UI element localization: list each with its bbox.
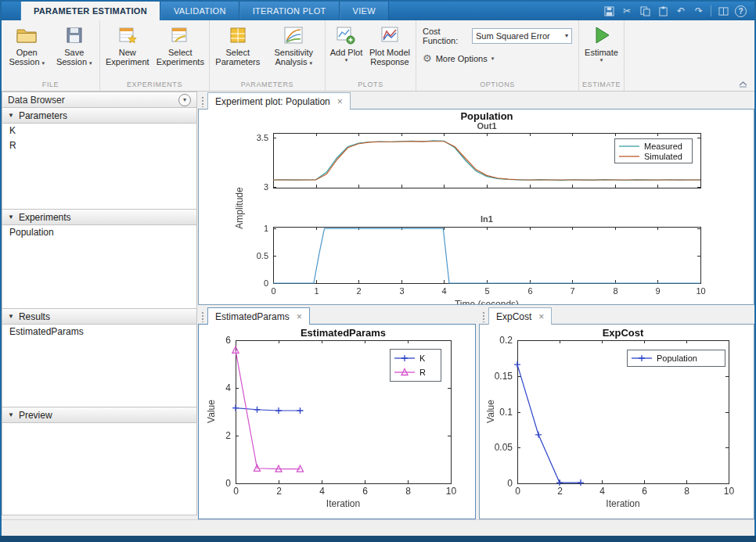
select-experiments-label: Select Experiments xyxy=(156,48,205,66)
list-item-result[interactable]: EstimatedParams xyxy=(2,325,196,339)
population-chart-title: Population xyxy=(273,110,700,122)
tab-view[interactable]: VIEW xyxy=(340,2,389,20)
caret-down-icon: ▾ xyxy=(345,57,348,63)
collapse-triangle-icon: ▼ xyxy=(8,112,14,119)
simulated-line-sample xyxy=(618,152,640,161)
section-file: Open Session ▾ Save Session ▾ FILE xyxy=(2,20,100,91)
section-options-label: OPTIONS xyxy=(416,79,578,91)
r-line-sample xyxy=(394,368,416,377)
layout-icon[interactable] xyxy=(717,5,729,17)
data-browser-title: Data Browser xyxy=(8,95,65,106)
add-plot-button[interactable]: Add Plot ▾ xyxy=(328,23,365,79)
window-frame-bottom xyxy=(0,536,756,542)
list-item-parameter[interactable]: R xyxy=(2,138,196,153)
undo-icon[interactable]: ↶ xyxy=(675,5,687,17)
expcost-tab[interactable]: ExpCost × xyxy=(488,307,552,325)
experiments-section-label: Experiments xyxy=(19,212,71,223)
folder-open-icon xyxy=(16,25,37,45)
tab-parameter-estimation[interactable]: PARAMETER ESTIMATION xyxy=(20,2,160,20)
section-options: Cost Function: Sum Squared Error ▾ ⚙ Mor… xyxy=(416,20,579,91)
value-axis-label: Value xyxy=(206,372,217,450)
iteration-axis-label: Iteration xyxy=(236,498,451,509)
preview-area xyxy=(2,423,197,515)
drag-grip[interactable] xyxy=(201,311,205,322)
app-window: PARAMETER ESTIMATION VALIDATION ITERATIO… xyxy=(0,0,756,542)
caret-down-icon: ▾ xyxy=(600,57,603,63)
tab-iteration-plot[interactable]: ITERATION PLOT xyxy=(239,2,340,20)
help-icon[interactable]: ? xyxy=(735,5,747,17)
expcost-legend[interactable]: Population xyxy=(627,350,725,367)
tab-validation[interactable]: VALIDATION xyxy=(160,2,239,20)
legend-label-measured: Measured xyxy=(644,142,682,151)
experiments-section-header[interactable]: ▼ Experiments xyxy=(2,210,197,225)
close-icon[interactable]: × xyxy=(538,313,544,321)
parameters-section-label: Parameters xyxy=(19,110,67,121)
estimate-play-icon xyxy=(593,25,610,45)
select-parameters-icon xyxy=(229,25,247,45)
time-axis-label: Time (seconds) xyxy=(273,299,700,305)
drag-grip[interactable] xyxy=(482,311,486,322)
open-session-label: Open Session xyxy=(9,48,39,66)
redo-icon[interactable]: ↷ xyxy=(693,5,705,17)
toolstrip-filler xyxy=(625,20,754,91)
more-options-button[interactable]: ⚙ More Options ▾ xyxy=(423,52,572,64)
close-icon[interactable]: × xyxy=(297,313,302,321)
paste-icon[interactable] xyxy=(657,5,669,17)
estimate-label: Estimate xyxy=(585,48,618,57)
section-plots-label: PLOTS xyxy=(326,79,416,91)
sensitivity-analysis-button[interactable]: Sensitivity Analysis ▾ xyxy=(265,23,322,79)
amplitude-axis-label: Amplitude xyxy=(234,161,245,255)
preview-section-header[interactable]: ▼ Preview xyxy=(2,407,197,423)
select-parameters-button[interactable]: Select Parameters xyxy=(212,23,264,79)
floppy-icon xyxy=(67,25,82,45)
expcost-figure: ExpCost Value Iteration Population xyxy=(479,324,754,519)
copy-icon[interactable] xyxy=(639,5,651,17)
collapse-triangle-icon: ▼ xyxy=(8,214,14,221)
legend-label-simulated: Simulated xyxy=(644,152,682,161)
quick-access-toolbar: ✂ ↶ ↷ ? xyxy=(603,2,754,20)
legend-label-population: Population xyxy=(657,354,697,363)
experiment-plot-panel: Experiment plot: Population × Population… xyxy=(198,92,754,305)
save-icon[interactable] xyxy=(603,5,615,17)
close-icon[interactable]: × xyxy=(337,98,343,106)
caret-down-icon: ▾ xyxy=(565,33,568,39)
data-browser: Data Browser ▾ ▼ Parameters K R ▼ Experi… xyxy=(2,92,197,520)
parameters-section-header[interactable]: ▼ Parameters xyxy=(2,108,197,124)
toolstrip: Open Session ▾ Save Session ▾ FILE New E… xyxy=(2,20,754,92)
experiment-plot-tab-label: Experiment plot: Population xyxy=(215,96,330,107)
legend-label-r: R xyxy=(419,368,426,377)
estimate-button[interactable]: Estimate ▾ xyxy=(581,23,621,79)
expcost-tab-label: ExpCost xyxy=(496,311,531,322)
collapse-toolstrip-button[interactable] xyxy=(737,80,748,88)
open-session-button[interactable]: Open Session ▾ xyxy=(4,23,50,79)
select-parameters-label: Select Parameters xyxy=(214,48,262,66)
new-experiment-button[interactable]: New Experiment xyxy=(103,23,153,79)
results-section-header[interactable]: ▼ Results xyxy=(2,309,197,325)
cut-icon[interactable]: ✂ xyxy=(621,5,633,17)
results-section-label: Results xyxy=(19,311,50,322)
drag-grip[interactable] xyxy=(201,96,205,107)
estimated-params-legend[interactable]: K R xyxy=(390,349,441,382)
estimated-params-tab[interactable]: EstimatedParams × xyxy=(207,307,310,325)
new-experiment-icon xyxy=(118,25,137,45)
plot-model-response-button[interactable]: Plot Model Response xyxy=(366,23,413,79)
data-browser-header: Data Browser ▾ xyxy=(2,92,197,108)
experiment-plot-tab[interactable]: Experiment plot: Population × xyxy=(207,92,351,109)
plot-model-response-label: Plot Model Response xyxy=(368,48,412,66)
add-plot-icon xyxy=(337,25,355,45)
sensitivity-analysis-icon xyxy=(284,25,303,45)
cost-function-select[interactable]: Sum Squared Error ▾ xyxy=(472,28,572,44)
save-session-button[interactable]: Save Session ▾ xyxy=(52,23,98,79)
caret-down-icon: ▾ xyxy=(89,60,92,66)
population-legend[interactable]: Measured Simulated xyxy=(614,138,693,163)
estimated-params-tab-label: EstimatedParams xyxy=(215,311,290,322)
add-plot-label: Add Plot xyxy=(330,48,363,57)
list-item-experiment[interactable]: Population xyxy=(2,225,196,240)
estimated-params-figure: EstimatedParams Value Iteration K R xyxy=(198,324,476,519)
panel-menu-icon[interactable]: ▾ xyxy=(178,94,191,106)
preview-section-label: Preview xyxy=(19,410,52,421)
estimated-params-tabbar: EstimatedParams × xyxy=(198,307,476,325)
list-item-parameter[interactable]: K xyxy=(2,124,196,138)
select-experiments-button[interactable]: Select Experiments xyxy=(154,23,207,79)
experiments-list: Population xyxy=(2,225,197,309)
